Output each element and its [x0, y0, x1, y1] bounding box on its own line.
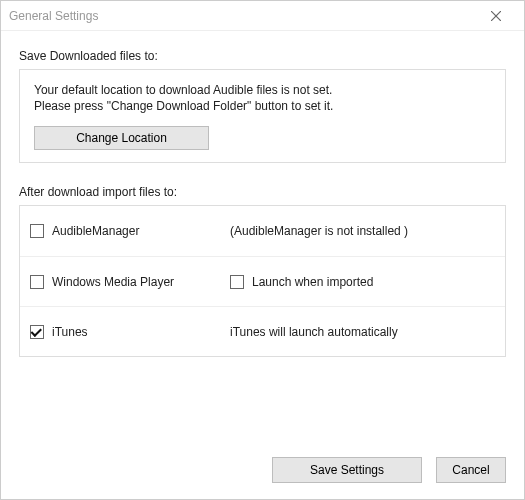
launch-when-imported-checkbox[interactable]	[230, 275, 244, 289]
window-title: General Settings	[9, 9, 476, 23]
titlebar: General Settings	[1, 1, 524, 31]
launch-when-imported-option[interactable]: Launch when imported	[230, 275, 373, 289]
content-spacer	[19, 357, 506, 433]
audiblemanager-note: (AudibleManager is not installed )	[230, 224, 408, 238]
change-location-button[interactable]: Change Location	[34, 126, 209, 150]
download-location-panel: Your default location to download Audibl…	[19, 69, 506, 163]
import-section-label: After download import files to:	[19, 185, 506, 199]
itunes-label: iTunes	[52, 325, 88, 339]
download-section-label: Save Downloaded files to:	[19, 49, 506, 63]
import-row-itunes: iTunes iTunes will launch automatically	[20, 306, 505, 356]
audiblemanager-checkbox[interactable]	[30, 224, 44, 238]
download-msg-line2: Please press "Change Download Folder" bu…	[34, 98, 491, 114]
itunes-option[interactable]: iTunes	[30, 325, 230, 339]
cancel-button[interactable]: Cancel	[436, 457, 506, 483]
close-icon	[491, 11, 501, 21]
import-row-wmp: Windows Media Player Launch when importe…	[20, 256, 505, 306]
audiblemanager-label: AudibleManager	[52, 224, 139, 238]
close-button[interactable]	[476, 2, 516, 30]
wmp-label: Windows Media Player	[52, 275, 174, 289]
save-settings-button[interactable]: Save Settings	[272, 457, 422, 483]
itunes-note: iTunes will launch automatically	[230, 325, 398, 339]
settings-window: General Settings Save Downloaded files t…	[0, 0, 525, 500]
wmp-option[interactable]: Windows Media Player	[30, 275, 230, 289]
content-area: Save Downloaded files to: Your default l…	[1, 31, 524, 443]
itunes-checkbox[interactable]	[30, 325, 44, 339]
import-panel: AudibleManager (AudibleManager is not in…	[19, 205, 506, 357]
launch-when-imported-label: Launch when imported	[252, 275, 373, 289]
wmp-checkbox[interactable]	[30, 275, 44, 289]
footer: Save Settings Cancel	[1, 443, 524, 499]
download-msg-line1: Your default location to download Audibl…	[34, 82, 491, 98]
import-row-audiblemanager: AudibleManager (AudibleManager is not in…	[20, 206, 505, 256]
audiblemanager-option[interactable]: AudibleManager	[30, 224, 230, 238]
